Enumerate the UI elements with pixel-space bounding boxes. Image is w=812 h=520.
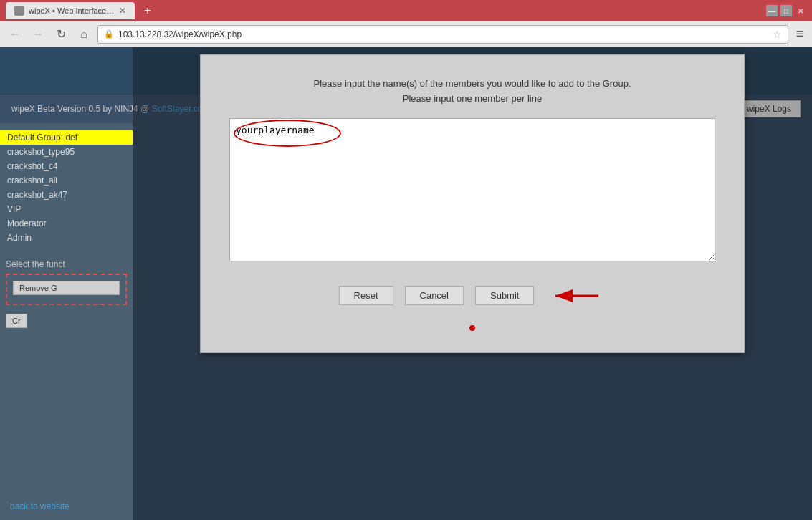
sidebar: Default Group: defcrackshot_type95cracks… [0,123,133,520]
sidebar-item-7[interactable]: Admin [0,231,133,245]
main-layout: Default Group: defcrackshot_type95cracks… [0,123,812,520]
address-lock-icon: 🔒 [104,29,114,39]
address-text: 103.13.228.32/wipeX/wipeX.php [118,29,242,39]
browser-content: Web-Interface for PEX wipeX Beta Version… [0,47,812,520]
bookmark-icon[interactable]: ☆ [773,29,782,40]
dialog: Please input the name(s) of the members … [200,54,745,353]
sidebar-section: Select the funct Remove G Cr [0,254,133,334]
modal-overlay: Please input the name(s) of the members … [133,47,812,520]
refresh-button[interactable]: ↻ [52,25,70,44]
tab-label: wipeX • Web Interface for [29,6,115,15]
sidebar-item-5[interactable]: VIP [0,202,133,216]
new-tab-button[interactable]: + [139,2,156,19]
submit-button[interactable]: Submit [475,286,534,305]
browser-navbar: ← → ↻ ⌂ 🔒 103.13.228.32/wipeX/wipeX.php … [0,21,812,47]
arrow-indicator [548,278,606,314]
dialog-textarea-container [229,118,715,264]
dialog-buttons: Reset Cancel Submit [229,278,715,314]
create-button[interactable]: Cr [6,314,27,328]
home-button[interactable]: ⌂ [75,25,93,44]
sidebar-item-1[interactable]: crackshot_type95 [0,145,133,159]
close-button[interactable]: ✕ [795,5,806,16]
sidebar-item-2[interactable]: crackshot_c4 [0,159,133,173]
browser-tab[interactable]: wipeX • Web Interface for ✕ [6,2,135,19]
sidebar-item-0[interactable]: Default Group: def [0,130,133,145]
sidebar-dashed-box: Remove G [6,274,127,305]
browser-titlebar: wipeX • Web Interface for ✕ + — □ ✕ [0,0,812,21]
browser-menu-button[interactable]: ≡ [793,27,806,42]
cancel-button[interactable]: Cancel [405,286,464,305]
tab-close-icon[interactable]: ✕ [119,6,126,16]
window-controls: — □ ✕ [766,5,806,16]
sidebar-item-4[interactable]: crackshot_ak47 [0,188,133,202]
forward-button[interactable]: → [29,25,47,44]
maximize-button[interactable]: □ [780,5,792,16]
tab-favicon [14,6,24,16]
sidebar-item-6[interactable]: Moderator [0,216,133,231]
remove-group-button[interactable]: Remove G [13,281,120,295]
dialog-instruction: Please input the name(s) of the members … [229,77,715,107]
red-dot [469,325,475,331]
address-bar[interactable]: 🔒 103.13.228.32/wipeX/wipeX.php ☆ [97,25,788,44]
sidebar-groups: Default Group: defcrackshot_type95cracks… [0,130,133,245]
back-button[interactable]: ← [6,25,24,44]
reset-button[interactable]: Reset [339,286,393,305]
back-to-website-link[interactable]: back to website [10,501,70,511]
sidebar-section-label: Select the funct [6,259,127,269]
sidebar-item-3[interactable]: crackshot_all [0,173,133,188]
minimize-button[interactable]: — [766,5,778,16]
members-textarea[interactable] [229,118,715,261]
